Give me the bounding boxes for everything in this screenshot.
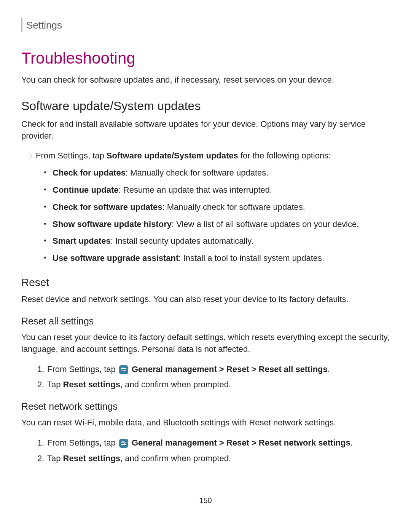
software-update-lead: From Settings, tap Software update/Syste… [27,150,390,162]
section-reset: Reset [21,275,390,290]
page-number: 150 [21,495,390,506]
section-reset-all: Reset all settings [21,315,390,328]
sw-item: Check for software updates: Manually che… [44,201,390,213]
sw-item: Continue update: Resume an update that w… [44,184,390,196]
intro-text: You can check for software updates and, … [21,74,390,86]
general-management-icon [119,439,128,448]
reset-all-step2: 2. Tap Reset settings, and confirm when … [37,379,390,391]
general-management-icon [119,365,128,374]
sw-item: Show software update history: View a lis… [44,219,390,230]
reset-all-step1: 1. From Settings, tap General management… [37,364,390,375]
reset-network-desc: You can reset Wi-Fi, mobile data, and Bl… [21,417,390,429]
software-update-desc: Check for and install available software… [21,118,390,142]
page-title: Troubleshooting [21,47,390,70]
sw-item: Smart updates: Install security updates … [44,235,390,247]
section-reset-network: Reset network settings [21,400,390,413]
sw-item: Use software upgrade assistant: Install … [44,252,390,264]
breadcrumb: Settings [21,18,390,32]
reset-desc: Reset device and network settings. You c… [21,294,390,305]
reset-net-step1: 1. From Settings, tap General management… [37,437,390,449]
reset-net-step2: 2. Tap Reset settings, and confirm when … [37,453,390,465]
section-software-update: Software update/System updates [21,97,390,115]
reset-all-desc: You can reset your device to its factory… [21,332,390,355]
sw-item: Check for updates: Manually check for so… [44,167,390,179]
